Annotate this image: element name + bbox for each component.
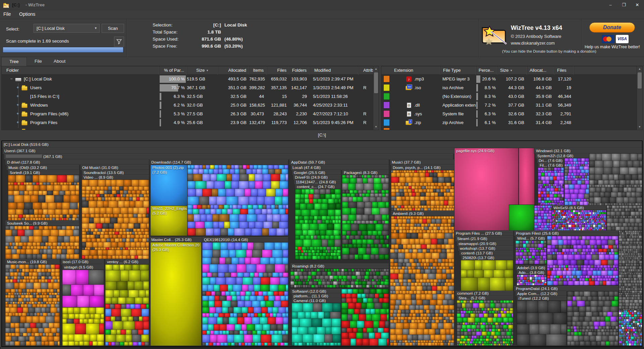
treemap-cell[interactable]: [421, 227, 424, 230]
column-header-modified[interactable]: Modified: [310, 66, 359, 75]
treemap-cell[interactable]: [445, 263, 448, 267]
treemap-cell[interactable]: [254, 313, 258, 317]
treemap-cell[interactable]: [638, 203, 641, 206]
treemap-cell[interactable]: [552, 254, 557, 260]
treemap-cell[interactable]: [619, 203, 622, 206]
treemap-cell[interactable]: [13, 304, 17, 307]
treemap-cell[interactable]: [589, 278, 592, 281]
treemap-cell[interactable]: [401, 310, 405, 313]
treemap-cell[interactable]: [561, 252, 564, 254]
treemap-cell[interactable]: [120, 197, 125, 201]
treemap-cell[interactable]: [220, 250, 229, 257]
treemap-cell[interactable]: [444, 200, 448, 206]
treemap-cell[interactable]: [565, 162, 568, 164]
treemap-cell[interactable]: [640, 288, 643, 291]
treemap-cell[interactable]: [437, 224, 441, 227]
treemap-cell[interactable]: [56, 333, 60, 336]
treemap-cell[interactable]: [123, 194, 126, 197]
treemap-cell[interactable]: [451, 219, 454, 224]
treemap-cell[interactable]: [239, 214, 247, 222]
treemap-cell[interactable]: [412, 244, 416, 249]
tab-tree-view[interactable]: Tree View: [1, 57, 27, 66]
treemap-cell[interactable]: [262, 228, 269, 236]
tab-about[interactable]: About: [50, 57, 68, 66]
treemap-cell[interactable]: [506, 300, 509, 303]
treemap-cell[interactable]: [15, 328, 19, 333]
treemap-cell[interactable]: [360, 309, 366, 314]
treemap-cell[interactable]: [642, 306, 643, 309]
treemap-cell[interactable]: [591, 306, 597, 312]
treemap-cell[interactable]: [30, 215, 35, 218]
treemap-cell[interactable]: [483, 336, 486, 339]
treemap-cell[interactable]: [418, 283, 422, 286]
treemap-cell[interactable]: [586, 249, 589, 252]
treemap-cell[interactable]: [419, 305, 424, 310]
treemap-cell[interactable]: [483, 339, 486, 341]
treemap-cell[interactable]: [544, 214, 546, 216]
treemap-cell[interactable]: [394, 263, 398, 267]
treemap-cell[interactable]: [253, 205, 258, 209]
treemap-cell[interactable]: [435, 196, 439, 200]
treemap-cell[interactable]: [610, 341, 614, 346]
treemap-cell[interactable]: [548, 168, 551, 171]
treemap-cell[interactable]: [228, 307, 233, 313]
treemap-cell[interactable]: [541, 200, 545, 203]
treemap-cell[interactable]: [89, 255, 93, 259]
treemap-cell[interactable]: [135, 321, 143, 330]
treemap-cell[interactable]: [610, 329, 613, 332]
treemap-cell[interactable]: [370, 289, 376, 294]
treemap-cell[interactable]: [15, 341, 20, 346]
treemap-cell[interactable]: [41, 283, 48, 289]
treemap-cell[interactable]: [402, 335, 407, 340]
treemap-cell[interactable]: [390, 263, 394, 267]
treemap-band[interactable]: Video ... (8.9 GB): [82, 175, 149, 180]
treemap-cell[interactable]: [217, 317, 223, 324]
treemap-cell[interactable]: [547, 278, 550, 281]
treemap-cell[interactable]: [422, 170, 426, 173]
treemap-cell[interactable]: [387, 339, 389, 346]
treemap-cell[interactable]: [416, 269, 420, 274]
treemap-cell[interactable]: [567, 199, 571, 201]
treemap-cell[interactable]: [427, 244, 430, 249]
treemap-cell[interactable]: [640, 216, 643, 218]
treemap-cell[interactable]: [627, 343, 629, 346]
treemap-cell[interactable]: [619, 275, 622, 278]
treemap-cell[interactable]: [538, 200, 541, 203]
treemap-cell[interactable]: [441, 219, 448, 224]
treemap-cell[interactable]: [600, 278, 603, 281]
treemap-cell[interactable]: [123, 229, 126, 232]
treemap-cell[interactable]: [551, 271, 556, 276]
treemap-cell[interactable]: [581, 254, 586, 260]
treemap-cell[interactable]: [82, 186, 86, 190]
treemap-cell[interactable]: [428, 186, 430, 189]
treemap-cell[interactable]: [418, 189, 423, 192]
treemap-cell[interactable]: [356, 303, 361, 309]
treemap-cell[interactable]: [44, 226, 49, 230]
treemap-cell[interactable]: [124, 265, 132, 270]
treemap-cell[interactable]: [577, 252, 579, 254]
treemap-cell[interactable]: [582, 249, 586, 252]
treemap-cell[interactable]: [55, 215, 60, 218]
treemap-cell[interactable]: [362, 244, 367, 248]
treemap-cell[interactable]: [566, 265, 568, 268]
treemap-cell[interactable]: [448, 300, 454, 305]
treemap-cell[interactable]: [406, 286, 411, 291]
treemap-cell[interactable]: [637, 314, 640, 317]
treemap-cell[interactable]: [448, 219, 451, 224]
treemap-cell[interactable]: [424, 305, 429, 310]
treemap-cell[interactable]: [631, 288, 634, 291]
treemap-cell[interactable]: [549, 194, 554, 197]
treemap-cell[interactable]: [14, 246, 18, 249]
treemap-cell[interactable]: [41, 276, 45, 279]
treemap-cell[interactable]: [222, 301, 231, 307]
treemap-cell[interactable]: [356, 285, 359, 288]
treemap-cell[interactable]: [26, 246, 31, 249]
treemap-cell[interactable]: [225, 291, 230, 296]
treemap-cell[interactable]: [111, 197, 115, 201]
treemap-cell[interactable]: [301, 285, 303, 288]
treemap-cell[interactable]: [227, 335, 234, 343]
treemap-cell[interactable]: [625, 218, 629, 223]
treemap-cell[interactable]: [583, 265, 587, 268]
scroll-down-icon[interactable]: ▼: [373, 124, 379, 130]
treemap-cell[interactable]: [346, 235, 350, 239]
